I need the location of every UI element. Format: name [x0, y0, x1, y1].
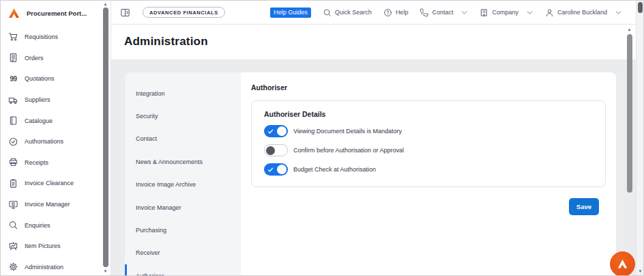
sidebar-item-label: Item Pictures — [25, 243, 61, 249]
phone-icon — [420, 8, 428, 17]
scroll-down-arrow-icon[interactable]: ▼ — [102, 269, 108, 274]
topbar: ADVANCED FINANCIALS Help Guides Quick Se… — [111, 1, 636, 25]
toggle-label: Viewing Document Details is Mandatory — [293, 128, 402, 135]
sidebar-item-label: Enquiries — [25, 222, 50, 229]
clipboard-icon — [8, 178, 18, 189]
quote-icon: 99 — [8, 74, 18, 84]
gear-icon — [8, 262, 18, 272]
sidebar-item-label: Invoice Clearance — [25, 180, 74, 187]
tab-purchasing[interactable]: Purchasing — [125, 219, 241, 241]
sidebar-item-authorisations[interactable]: Authorisations — [1, 131, 111, 152]
settings-panel: Integration Security Contact News & Anno… — [125, 72, 616, 276]
monitor-document-icon — [8, 199, 18, 210]
quick-search-label: Quick Search — [335, 9, 372, 16]
check-circle-icon — [8, 137, 18, 147]
topnav: Help Guides Quick Search Help — [270, 8, 622, 18]
brand-fab-button[interactable] — [610, 251, 635, 276]
confirm-before-authorisation-toggle[interactable] — [264, 144, 288, 156]
tab-news-announcements[interactable]: News & Announcements — [125, 150, 241, 173]
toggle-knob — [266, 146, 275, 155]
sidebar-item-quotations[interactable]: 99 Quotations — [1, 68, 111, 89]
truck-icon — [8, 95, 18, 105]
search-icon — [323, 8, 332, 17]
sidebar: Procurement Port... Requisitions Orders — [1, 1, 111, 275]
brand-arrow-icon — [615, 256, 630, 272]
chevron-down-icon — [460, 9, 468, 16]
sidebar-item-label: Receipts — [25, 159, 48, 166]
printer-icon — [8, 157, 18, 167]
cart-icon — [8, 32, 18, 42]
sidebar-item-label: Requisitions — [25, 33, 58, 40]
quick-search-button[interactable]: Quick Search — [323, 8, 372, 17]
page-title: Administration — [124, 35, 208, 49]
sidebar-item-invoice-manager[interactable]: Invoice Manager — [1, 194, 111, 215]
brand-logo-icon — [7, 6, 21, 20]
scroll-up-arrow-icon[interactable]: ▲ — [626, 27, 632, 32]
toggle-row: Budget Check at Authorisation — [264, 163, 593, 176]
sidebar-item-invoice-clearance[interactable]: Invoice Clearance — [1, 173, 111, 194]
help-button[interactable]: Help — [383, 8, 409, 17]
toggle-label: Confirm before Authorisation or Approval — [293, 147, 404, 154]
toggle-knob — [277, 126, 287, 136]
tab-authoriser[interactable]: Authoriser — [125, 264, 241, 276]
sidebar-scrollbar-thumb[interactable] — [103, 8, 108, 267]
sidebar-nav: Requisitions Orders 99 Quotations — [1, 27, 111, 276]
scroll-down-arrow-icon[interactable]: ▼ — [637, 269, 643, 274]
tab-integration[interactable]: Integration — [125, 82, 241, 105]
page-scrollbar[interactable]: ▼ — [636, 1, 643, 275]
user-icon — [545, 8, 554, 17]
help-guides-link[interactable]: Help Guides — [270, 8, 311, 18]
tab-receiver[interactable]: Receiver — [125, 242, 241, 264]
sidebar-item-label: Quotations — [25, 75, 55, 82]
sidebar-item-administration[interactable]: Administration — [1, 257, 111, 276]
toggle-label: Budget Check at Authorisation — [293, 166, 376, 173]
page-scrollbar-thumb[interactable] — [638, 2, 643, 13]
sidebar-item-receipts[interactable]: Receipts — [1, 152, 111, 174]
user-menu[interactable]: Caroline Buckland — [545, 8, 622, 17]
tab-security[interactable]: Security — [125, 105, 241, 127]
sidebar-item-catalogue[interactable]: Catalogue — [1, 110, 111, 131]
collapse-sidebar-button[interactable] — [120, 8, 130, 18]
budget-check-toggle[interactable] — [264, 163, 288, 176]
sidebar-item-orders[interactable]: Orders — [1, 48, 111, 69]
sidebar-item-label: Invoice Manager — [25, 201, 70, 208]
chevron-down-icon — [615, 9, 622, 16]
company-menu[interactable]: Company — [480, 8, 533, 17]
sidebar-item-suppliers[interactable]: Suppliers — [1, 89, 111, 111]
user-label: Caroline Buckland — [557, 9, 607, 16]
toggle-row: Confirm before Authorisation or Approval — [264, 144, 593, 156]
columns-icon — [120, 8, 130, 18]
sidebar-item-requisitions[interactable]: Requisitions — [1, 27, 111, 48]
save-button[interactable]: Save — [569, 198, 599, 215]
company-label: Company — [492, 9, 518, 16]
tab-content: Authoriser Authoriser Details Viewing Do… — [241, 72, 616, 276]
settings-tabs: Integration Security Contact News & Anno… — [125, 72, 241, 276]
app-title: Procurement Port... — [27, 10, 87, 17]
section-heading: Authoriser — [251, 83, 606, 92]
tab-contact[interactable]: Contact — [125, 128, 241, 150]
content-scrollbar[interactable]: ▲ ▼ — [626, 27, 632, 275]
card-title: Authoriser Details — [264, 110, 593, 118]
check-icon — [267, 167, 274, 173]
toggle-knob — [277, 165, 287, 174]
help-circle-icon — [383, 8, 392, 17]
sidebar-scrollbar[interactable]: ▲ ▼ — [102, 1, 108, 275]
sidebar-item-label: Catalogue — [25, 118, 53, 124]
sidebar-item-item-pictures[interactable]: Item Pictures — [1, 236, 111, 257]
content-scrollbar-thumb[interactable] — [627, 34, 632, 193]
tab-invoice-manager[interactable]: Invoice Manager — [125, 196, 241, 219]
search-icon — [8, 220, 18, 230]
contact-menu[interactable]: Contact — [420, 8, 468, 17]
page-header: Administration — [111, 25, 636, 59]
tab-invoice-image-archive[interactable]: Invoice Image Archive — [125, 174, 241, 196]
book-icon — [8, 115, 18, 126]
brand[interactable]: Procurement Port... — [1, 1, 111, 27]
product-badge: ADVANCED FINANCIALS — [143, 7, 225, 18]
sidebar-item-label: Administration — [25, 264, 63, 271]
sidebar-item-label: Orders — [25, 55, 44, 61]
viewing-document-details-toggle[interactable] — [264, 125, 288, 137]
content-area: Integration Security Contact News & Anno… — [111, 59, 636, 275]
scroll-up-arrow-icon[interactable]: ▲ — [102, 2, 108, 7]
contact-label: Contact — [432, 9, 453, 16]
sidebar-item-enquiries[interactable]: Enquiries — [1, 215, 111, 236]
